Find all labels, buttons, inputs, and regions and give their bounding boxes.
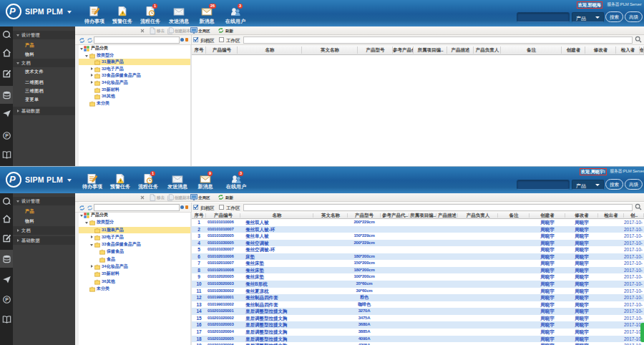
svg-text:P: P [5, 297, 9, 302]
svg-text:P: P [5, 133, 9, 138]
